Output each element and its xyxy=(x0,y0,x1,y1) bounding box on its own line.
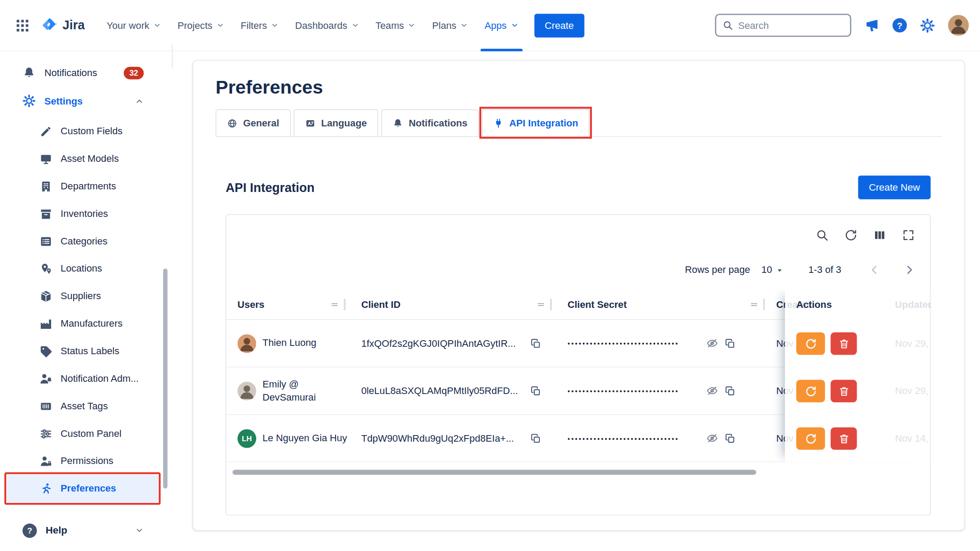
sidebar-item-label: Settings xyxy=(44,95,82,107)
copy-icon[interactable] xyxy=(530,432,541,444)
table-columns-icon[interactable] xyxy=(873,228,886,241)
refresh-icon xyxy=(805,432,816,444)
help-icon: ? xyxy=(22,523,37,537)
sidebar-item-preferences[interactable]: Preferences xyxy=(7,475,158,502)
delete-key-button[interactable] xyxy=(831,332,857,355)
announcements-megaphone-icon[interactable] xyxy=(864,18,879,33)
table-search-icon[interactable] xyxy=(816,228,829,241)
jira-brand[interactable]: Jira xyxy=(41,17,84,34)
sidebar-item-help[interactable]: ? Help xyxy=(0,516,172,545)
table-fullscreen-icon[interactable] xyxy=(902,228,915,241)
table-toolbar xyxy=(226,225,930,245)
copy-icon[interactable] xyxy=(530,338,541,349)
refresh-icon xyxy=(805,338,816,349)
refresh-icon xyxy=(805,385,816,397)
column-resize-handle[interactable] xyxy=(550,299,552,310)
column-drag-icon[interactable] xyxy=(330,300,339,309)
tab-notifications[interactable]: Notifications xyxy=(381,109,479,137)
pagination-range: 1-3 of 3 xyxy=(808,264,841,276)
settings-submenu: Custom Fields Asset Models Departments I… xyxy=(0,118,172,502)
previous-page-icon[interactable] xyxy=(868,263,881,276)
tab-api-integration[interactable]: API Integration xyxy=(482,109,589,137)
archive-box-icon xyxy=(39,207,52,220)
sidebar-item-notification-admin[interactable]: Notification Adm... xyxy=(0,365,172,392)
copy-icon[interactable] xyxy=(530,385,541,397)
rows-per-page-select[interactable]: 10 xyxy=(761,264,784,276)
user-cell: Thien Luong xyxy=(226,320,350,366)
tab-general[interactable]: General xyxy=(216,109,290,137)
column-resize-handle[interactable] xyxy=(344,299,346,310)
actions-cell xyxy=(785,367,930,415)
sidebar-item-permissions[interactable]: Permissions xyxy=(0,447,172,475)
create-new-button[interactable]: Create New xyxy=(858,175,931,199)
sidebar-item-status-labels[interactable]: Status Labels xyxy=(0,337,172,365)
sidebar-item-asset-tags[interactable]: Asset Tags xyxy=(0,392,172,420)
sidebar-scrollbar[interactable] xyxy=(163,269,168,488)
eye-off-icon[interactable] xyxy=(706,385,718,397)
copy-icon[interactable] xyxy=(724,338,736,349)
avatar xyxy=(238,381,256,400)
column-drag-icon[interactable] xyxy=(536,300,546,309)
person-bell-icon xyxy=(39,372,52,385)
nav-teams[interactable]: Teams xyxy=(368,0,424,51)
nav-dashboards[interactable]: Dashboards xyxy=(287,0,368,51)
page-title: Preferences xyxy=(216,77,942,98)
globe-icon xyxy=(227,118,238,128)
sidebar-item-locations[interactable]: Locations xyxy=(0,255,172,282)
nav-your-work[interactable]: Your work xyxy=(98,0,169,51)
sidebar-item-manufacturers[interactable]: Manufacturers xyxy=(0,310,172,338)
create-button[interactable]: Create xyxy=(534,14,584,37)
api-integration-section-header: API Integration Create New xyxy=(226,175,931,199)
copy-icon[interactable] xyxy=(724,385,736,397)
regenerate-key-button[interactable] xyxy=(796,380,825,402)
client-id-cell: TdpW90WhRdu9gUq2xFpd8EIa+... xyxy=(350,415,556,462)
eye-off-icon[interactable] xyxy=(706,337,718,349)
sidebar-item-inventories[interactable]: Inventories xyxy=(0,200,172,227)
tab-language[interactable]: Language xyxy=(294,109,378,137)
chevron-up-icon xyxy=(135,97,144,105)
nav-plans[interactable]: Plans xyxy=(424,0,476,51)
copy-icon[interactable] xyxy=(724,432,736,444)
search-input[interactable] xyxy=(738,20,844,31)
app-switcher-icon[interactable] xyxy=(14,17,31,34)
nav-projects[interactable]: Projects xyxy=(169,0,232,51)
brand-name: Jira xyxy=(63,18,85,32)
sidebar-item-departments[interactable]: Departments xyxy=(0,172,172,200)
nav-apps[interactable]: Apps xyxy=(476,0,527,51)
delete-key-button[interactable] xyxy=(831,380,857,402)
avatar: LH xyxy=(238,429,256,448)
sidebar-item-asset-models[interactable]: Asset Models xyxy=(0,145,172,172)
sidebar-item-categories[interactable]: Categories xyxy=(0,227,172,255)
delete-key-button[interactable] xyxy=(831,427,857,450)
sidebar-item-settings[interactable]: Settings xyxy=(0,87,172,115)
map-pin-icon xyxy=(39,262,52,275)
sidebar-item-custom-fields[interactable]: Custom Fields xyxy=(0,118,172,145)
client-id-cell: 0leLuL8aSXQLAMqPMtIly05RdFD... xyxy=(350,367,556,414)
chevron-down-icon xyxy=(460,21,469,30)
api-keys-table-panel: Rows per page 10 1-3 of 3 Users xyxy=(226,214,931,516)
column-drag-icon[interactable] xyxy=(749,300,759,309)
bell-icon xyxy=(392,118,403,128)
regenerate-key-button[interactable] xyxy=(796,332,825,355)
help-icon[interactable]: ? xyxy=(892,18,907,32)
sidebar-item-suppliers[interactable]: Suppliers xyxy=(0,282,172,310)
settings-gear-icon[interactable] xyxy=(920,18,935,33)
chevron-down-icon xyxy=(216,21,224,30)
next-page-icon[interactable] xyxy=(903,263,916,276)
sidebar-item-custom-panel[interactable]: Custom Panel xyxy=(0,420,172,447)
client-secret-cell: •••••••••••••••••••••••••••••• xyxy=(556,415,765,462)
column-header-client-id: Client ID xyxy=(350,290,556,319)
actions-cell xyxy=(785,415,930,463)
nav-filters[interactable]: Filters xyxy=(232,0,287,51)
topbar-right-cluster: ? xyxy=(715,14,969,37)
chevron-down-icon xyxy=(408,21,416,30)
table-refresh-icon[interactable] xyxy=(844,228,858,241)
horizontal-scrollbar-thumb[interactable] xyxy=(232,470,756,474)
eye-off-icon[interactable] xyxy=(706,432,718,444)
user-avatar[interactable] xyxy=(948,15,969,35)
sidebar-item-notifications[interactable]: Notifications 32 xyxy=(0,59,172,87)
client-id-cell: 1fxQOf2s2gKGJ0IQPIhAntAGytIR... xyxy=(350,320,556,366)
trash-icon xyxy=(838,432,850,444)
plug-icon xyxy=(493,118,504,128)
regenerate-key-button[interactable] xyxy=(796,427,825,450)
